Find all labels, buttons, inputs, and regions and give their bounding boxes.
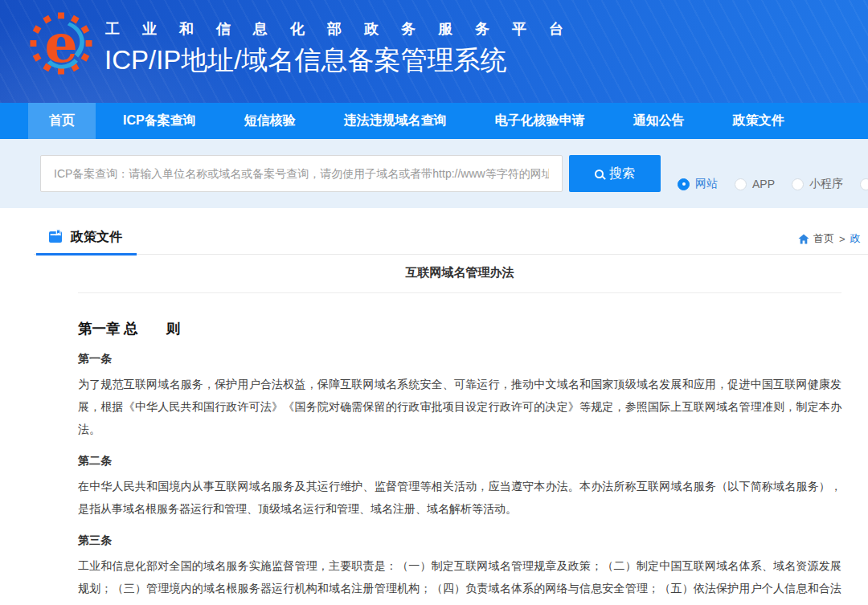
radio-quickapp[interactable]: 快 [860, 177, 868, 191]
radio-unselected-icon [860, 178, 868, 190]
breadcrumb: 首页 > 政 [798, 231, 861, 246]
nav-item-e-verification[interactable]: 电子化核验申请 [474, 103, 606, 139]
search-icon [595, 170, 604, 178]
platform-subtitle: 工业和信息化部政务服务平台 [105, 19, 586, 39]
breadcrumb-current: 政 [850, 231, 861, 246]
policy-book-icon [48, 229, 63, 243]
section-title: 政策文件 [71, 229, 122, 246]
article-text: 为了规范互联网域名服务，保护用户合法权益，保障互联网域名系统安全、可靠运行，推动… [78, 373, 841, 440]
search-input[interactable] [40, 155, 563, 192]
document-title: 互联网域名管理办法 [78, 265, 841, 280]
radio-label: APP [752, 178, 775, 190]
article-label: 第三条 [78, 533, 841, 548]
site-title: ICP/IP地址/域名信息备案管理系统 [104, 43, 507, 79]
search-button[interactable]: 搜索 [569, 155, 661, 192]
law-article: 第一条 为了规范互联网域名服务，保护用户合法权益，保障互联网域名系统安全、可靠运… [78, 352, 841, 440]
breadcrumb-home-link[interactable]: 首页 [798, 231, 834, 246]
nav-item-policy-files[interactable]: 政策文件 [712, 103, 805, 139]
radio-miniprogram[interactable]: 小程序 [792, 177, 843, 191]
search-button-label: 搜索 [609, 166, 635, 182]
radio-website[interactable]: 网站 [678, 177, 718, 191]
main-content: 政策文件 首页 > 政 互联网域名管理办法 第一章 总 则 第一条 为了规范互联… [0, 208, 868, 605]
svg-text:e: e [44, 13, 77, 74]
article-label: 第二条 [78, 454, 841, 468]
main-nav: 首页 ICP备案查询 短信核验 违法违规域名查询 电子化核验申请 通知公告 政策… [0, 103, 868, 139]
policy-document: 互联网域名管理办法 第一章 总 则 第一条 为了规范互联网域名服务，保护用户合法… [78, 265, 841, 605]
radio-unselected-icon [735, 178, 747, 190]
radio-app[interactable]: APP [735, 178, 775, 190]
breadcrumb-home-label: 首页 [813, 231, 834, 246]
nav-item-sms-verify[interactable]: 短信核验 [223, 103, 317, 139]
article-label: 第一条 [78, 352, 841, 366]
radio-selected-icon [678, 178, 690, 190]
main-header: e 工业和信息化部政务服务平台 ICP/IP地址/域名信息备案管理系统 [0, 0, 868, 103]
article-text: 在中华人民共和国境内从事互联网域名服务及其运行维护、监督管理等相关活动，应当遵守… [78, 475, 841, 520]
miit-logo-icon: e [27, 10, 95, 77]
law-article: 第二条 在中华人民共和国境内从事互联网域名服务及其运行维护、监督管理等相关活动，… [78, 454, 841, 520]
radio-label: 小程序 [809, 177, 843, 191]
radio-label: 网站 [695, 177, 718, 191]
law-article: 第三条 工业和信息化部对全国的域名服务实施监督管理，主要职责是：（一）制定互联网… [78, 533, 841, 605]
nav-item-illegal-domain-query[interactable]: 违法违规域名查询 [323, 103, 468, 139]
home-icon [798, 234, 809, 244]
section-header: 政策文件 首页 > 政 [34, 225, 868, 255]
search-section: 搜索 网站 APP 小程序 快 [0, 139, 868, 208]
title-divider [78, 292, 841, 293]
breadcrumb-separator: > [839, 233, 845, 245]
nav-item-notices[interactable]: 通知公告 [612, 103, 706, 139]
nav-item-home[interactable]: 首页 [28, 103, 96, 139]
chapter-heading: 第一章 总 则 [78, 319, 841, 338]
search-type-options: 网站 APP 小程序 快 [678, 177, 868, 191]
radio-unselected-icon [792, 178, 804, 190]
nav-item-icp-query[interactable]: ICP备案查询 [102, 103, 217, 139]
article-text: 工业和信息化部对全国的域名服务实施监督管理，主要职责是：（一）制定互联网域名管理… [78, 554, 841, 605]
